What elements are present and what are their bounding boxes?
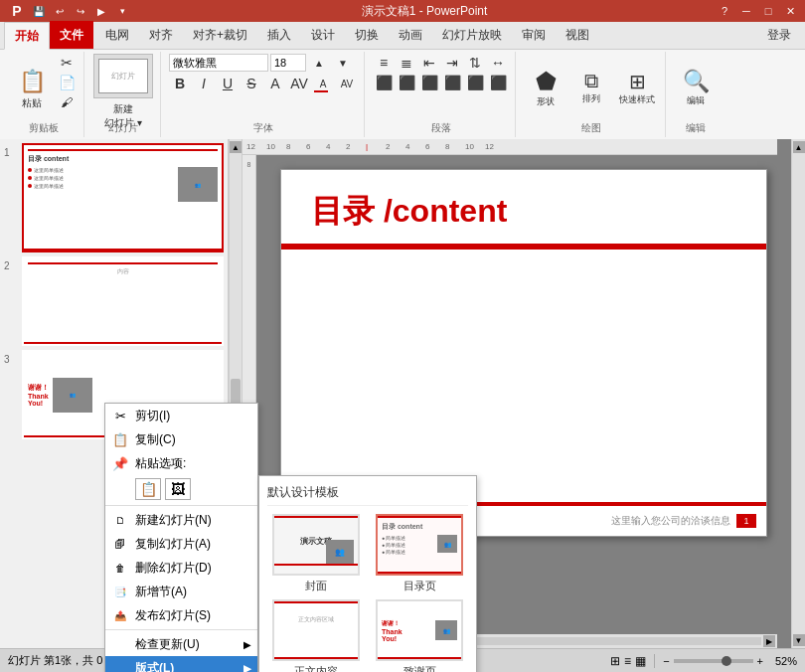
tp-item-toc[interactable]: 目录 content ● 简单描述 ● 简单描述 ● 简单描述 👥 — [371, 514, 468, 593]
check-update-arrow: ▶ — [243, 639, 251, 650]
canvas-scroll-down-button[interactable]: ▼ — [793, 634, 805, 646]
zoom-out-btn[interactable]: − — [663, 655, 669, 667]
tab-home[interactable]: 开始 — [4, 22, 50, 50]
list-num-button[interactable]: ≣ — [396, 54, 417, 72]
ctx-delete-slide[interactable]: 🗑 删除幻灯片(D) — [105, 556, 257, 580]
slide-img-1[interactable]: 目录 content 这里简单描述 这里简单描述 这里简单描述 👥 — [22, 143, 224, 252]
ctx-format-label: 版式(L) — [135, 660, 174, 673]
tab-slideshow[interactable]: 幻灯片放映 — [432, 21, 512, 49]
tp-thumb-cover: 演示文稿 👥 — [272, 514, 360, 576]
quick-styles-button[interactable]: ⊞ 快速样式 — [615, 59, 659, 116]
tab-transition[interactable]: 切换 — [345, 21, 389, 49]
help-button[interactable]: ? — [718, 4, 731, 18]
paste-button[interactable]: 📋 粘贴 — [10, 61, 54, 118]
italic-button[interactable]: I — [193, 75, 215, 92]
ctx-divider-2 — [105, 629, 257, 630]
strikethrough-button[interactable]: S — [241, 75, 262, 92]
ctx-format[interactable]: 版式(L) ▶ — [105, 656, 257, 672]
canvas-scroll-up-button[interactable]: ▲ — [793, 141, 805, 153]
ctx-copy[interactable]: 📋 复制(C) — [105, 427, 257, 451]
present-icon[interactable]: ▶ — [92, 2, 110, 20]
arrange-button[interactable]: ⧉ 排列 — [569, 59, 613, 116]
text-direction-button[interactable]: ⇅ — [464, 54, 486, 72]
list-bullet-button[interactable]: ≡ — [373, 54, 395, 72]
maximize-button[interactable]: □ — [761, 4, 775, 18]
ctx-copy-slide-label: 复制幻灯片(A) — [135, 536, 211, 553]
cut-button[interactable]: ✂ — [56, 54, 78, 72]
shapes-button[interactable]: ⬟ 形状 — [524, 59, 567, 116]
line-space-button[interactable]: ⬛ — [487, 74, 509, 91]
tab-review[interactable]: 审阅 — [512, 21, 556, 49]
convert-list-button[interactable]: ↔ — [487, 54, 509, 72]
indent-decrease-button[interactable]: ⇤ — [418, 54, 440, 72]
minimize-button[interactable]: ─ — [739, 4, 753, 18]
ctx-publish[interactable]: 📤 发布幻灯片(S) — [105, 603, 257, 627]
undo-icon[interactable]: ↩ — [51, 2, 69, 20]
more-icon[interactable]: ▾ — [113, 2, 131, 20]
tp-item-content[interactable]: 正文内容区域 正文内容 — [267, 599, 365, 672]
bold-button[interactable]: B — [169, 75, 191, 92]
tp-item-cover[interactable]: 演示文稿 👥 封面 — [267, 514, 365, 593]
slide-thumb-1[interactable]: 1 目录 content 这里简单描述 这里简单描述 这里简单描述 — [4, 143, 224, 252]
delete-slide-icon: 🗑 — [111, 563, 129, 574]
font-size-input[interactable] — [270, 54, 306, 72]
tp-toc-label: 目录页 — [403, 579, 436, 593]
reading-view-btn[interactable]: ▦ — [635, 654, 646, 668]
ctx-copy-slide[interactable]: 🗐 复制幻灯片(A) — [105, 532, 257, 556]
ctx-paste[interactable]: 📌 粘贴选项: — [105, 451, 257, 475]
zoom-in-btn[interactable]: + — [757, 655, 763, 667]
add-section-icon: 📑 — [111, 587, 129, 597]
align-left-button[interactable]: ⬛ — [373, 74, 395, 91]
ctx-check-update[interactable]: 检查更新(U) ▶ — [105, 632, 257, 656]
ctx-add-section[interactable]: 📑 新增节(A) — [105, 580, 257, 603]
save-icon[interactable]: 💾 — [30, 2, 48, 20]
title-bar: P 💾 ↩ ↪ ▶ ▾ 演示文稿1 - PowerPoint ? ─ □ ✕ — [0, 0, 805, 22]
tab-design[interactable]: 设计 — [301, 21, 345, 49]
tab-login[interactable]: 登录 — [757, 21, 801, 49]
tab-align[interactable]: 对齐 — [139, 21, 183, 49]
font-name-input[interactable] — [169, 54, 268, 72]
underline-button[interactable]: U — [217, 75, 239, 92]
increase-font-button[interactable]: ▲ — [308, 54, 330, 72]
align-right-button[interactable]: ⬛ — [418, 74, 440, 91]
scroll-up-button[interactable]: ▲ — [230, 141, 242, 153]
paste-text-option[interactable]: 📋 — [135, 478, 161, 500]
font-label: 字体 — [253, 119, 273, 135]
tab-view[interactable]: 视图 — [556, 21, 599, 49]
paste-image-option[interactable]: 🖼 — [165, 478, 191, 500]
normal-view-btn[interactable]: ⊞ — [610, 654, 620, 668]
zoom-slider[interactable] — [674, 659, 753, 663]
tab-file[interactable]: 文件 — [50, 21, 93, 49]
clipboard-label: 剪贴板 — [29, 119, 59, 135]
ribbon-content: 📋 粘贴 ✂ 📄 🖌 剪贴板 幻灯片 新建幻灯片 ▾ 幻灯片 ▲ — [0, 50, 805, 139]
decrease-font-button[interactable]: ▼ — [332, 54, 354, 72]
close-button[interactable]: ✕ — [783, 4, 797, 18]
indent-increase-button[interactable]: ⇥ — [441, 54, 463, 72]
hscroll-right-button[interactable]: ▶ — [763, 635, 775, 647]
tp-item-thanks[interactable]: 谢谢！ Thank You! 👥 致谢页 — [371, 599, 468, 672]
slide-img-2[interactable]: 内容 — [22, 256, 224, 346]
tab-grid[interactable]: 电网 — [95, 21, 139, 49]
arrange-icon: ⧉ — [584, 70, 598, 92]
zoom-level[interactable]: 52% — [767, 655, 797, 667]
font-color-button[interactable]: AV — [288, 75, 310, 92]
ctx-divider-1 — [105, 505, 257, 506]
redo-icon[interactable]: ↪ — [72, 2, 89, 20]
ctx-cut[interactable]: ✂ 剪切(I) — [105, 404, 257, 427]
shadow-button[interactable]: A — [264, 75, 286, 92]
char-spacing-button[interactable]: AV — [336, 75, 358, 92]
align-center-button[interactable]: ⬛ — [396, 74, 417, 91]
align-justify-button[interactable]: ⬛ — [441, 74, 463, 91]
font-color-a-button[interactable]: A — [312, 75, 334, 92]
tab-align-crop[interactable]: 对齐+裁切 — [183, 21, 257, 49]
tab-animation[interactable]: 动画 — [389, 21, 432, 49]
tab-insert[interactable]: 插入 — [257, 21, 301, 49]
columns-button[interactable]: ⬛ — [464, 74, 486, 91]
copy-button[interactable]: 📄 — [56, 74, 78, 91]
edit-button[interactable]: 🔍 编辑 — [674, 59, 718, 116]
slide-sorter-btn[interactable]: ≡ — [624, 654, 631, 668]
format-painter-button[interactable]: 🖌 — [56, 93, 78, 111]
slide-thumb-2[interactable]: 2 内容 — [4, 256, 224, 346]
canvas-bottom-text: 这里输入您公司的洽谈信息 — [611, 514, 730, 528]
ctx-new-slide[interactable]: 🗋 新建幻灯片(N) — [105, 508, 257, 532]
